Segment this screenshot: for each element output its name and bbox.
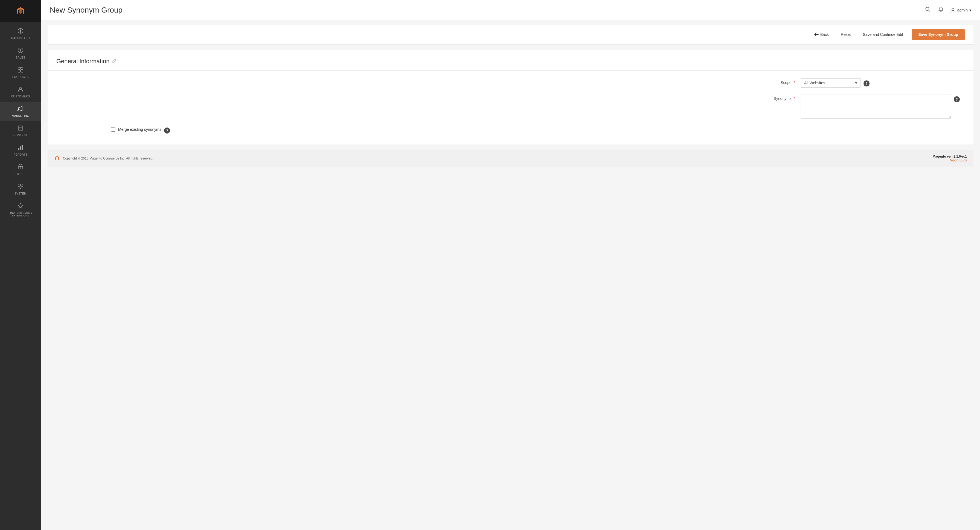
content-area: General Information Scope * All Websites bbox=[48, 50, 974, 144]
reports-icon bbox=[18, 144, 24, 152]
svg-line-27 bbox=[929, 10, 930, 11]
sidebar-item-label-products: PRODUCTS bbox=[12, 75, 29, 78]
sidebar-item-label-sales: SALES bbox=[16, 56, 25, 59]
sidebar-item-content[interactable]: CONTENT bbox=[0, 121, 41, 140]
sidebar-item-label-stores: STORES bbox=[14, 172, 27, 176]
admin-menu-button[interactable]: admin ▾ bbox=[950, 7, 971, 13]
svg-point-2 bbox=[20, 30, 21, 32]
search-button[interactable] bbox=[924, 5, 932, 14]
page-title: New Synonym Group bbox=[50, 6, 123, 14]
sidebar-item-products[interactable]: PRODUCTS bbox=[0, 63, 41, 82]
sidebar-nav: DASHBOARD $ SALES PRODUCTS bbox=[0, 22, 41, 221]
notifications-button[interactable] bbox=[937, 5, 945, 14]
svg-point-24 bbox=[20, 185, 21, 187]
svg-rect-10 bbox=[21, 67, 23, 70]
svg-rect-19 bbox=[18, 148, 19, 150]
sidebar-logo bbox=[0, 0, 41, 22]
sidebar-item-customers[interactable]: CUSTOMERS bbox=[0, 82, 41, 102]
synonyms-control-col: ? bbox=[800, 94, 960, 119]
save-continue-button[interactable]: Save and Continue Edit bbox=[859, 30, 906, 39]
partners-icon bbox=[18, 203, 24, 210]
svg-text:$: $ bbox=[19, 49, 21, 52]
marketing-icon bbox=[18, 105, 24, 113]
header-actions: admin ▾ bbox=[924, 5, 971, 14]
sidebar-item-label-system: SYSTEM bbox=[14, 192, 27, 195]
sidebar-item-reports[interactable]: REPORTS bbox=[0, 140, 41, 160]
sidebar-item-label-content: CONTENT bbox=[13, 134, 28, 137]
sidebar: DASHBOARD $ SALES PRODUCTS bbox=[0, 0, 41, 530]
svg-rect-9 bbox=[18, 67, 20, 70]
sales-icon: $ bbox=[18, 47, 24, 55]
scope-label: Scope * bbox=[746, 78, 800, 85]
products-icon bbox=[18, 67, 24, 74]
dashboard-icon bbox=[18, 28, 24, 35]
svg-rect-11 bbox=[18, 70, 20, 72]
save-synonym-button[interactable]: Save Synonym Group bbox=[912, 29, 965, 40]
stores-icon bbox=[18, 164, 24, 171]
svg-rect-12 bbox=[21, 70, 23, 72]
form-body: Scope * All Websites ? Synonyms * bbox=[48, 78, 974, 134]
section-title: General Information bbox=[56, 58, 110, 65]
sidebar-item-label-marketing: MARKETING bbox=[12, 114, 29, 117]
scope-required-star: * bbox=[794, 80, 795, 85]
reset-button[interactable]: Reset bbox=[838, 30, 854, 39]
content-icon bbox=[18, 125, 24, 132]
scope-form-row: Scope * All Websites ? bbox=[746, 78, 965, 88]
footer-logo-icon bbox=[54, 155, 60, 161]
sidebar-item-dashboard[interactable]: DASHBOARD bbox=[0, 24, 41, 43]
top-header: New Synonym Group admin ▾ bbox=[41, 0, 980, 20]
svg-point-28 bbox=[952, 8, 954, 10]
section-header: General Information bbox=[48, 58, 974, 70]
scope-help-icon[interactable]: ? bbox=[864, 80, 870, 86]
sidebar-item-label-dashboard: DASHBOARD bbox=[11, 37, 30, 40]
sidebar-item-label-customers: CUSTOMERS bbox=[11, 95, 30, 98]
synonyms-required-star: * bbox=[794, 96, 795, 101]
sidebar-item-stores[interactable]: STORES bbox=[0, 160, 41, 179]
synonyms-form-row: Synonyms * ? bbox=[746, 94, 965, 119]
synonyms-help-icon[interactable]: ? bbox=[954, 96, 960, 102]
customers-icon bbox=[18, 86, 24, 94]
system-icon bbox=[18, 183, 24, 191]
footer-right: Magento ver. 2.1.0-rc1 Report Bugs bbox=[933, 155, 967, 162]
sidebar-item-sales[interactable]: $ SALES bbox=[0, 43, 41, 63]
back-arrow-icon bbox=[814, 33, 819, 37]
admin-caret-icon: ▾ bbox=[969, 8, 971, 12]
synonyms-label: Synonyms * bbox=[746, 94, 800, 101]
svg-rect-21 bbox=[22, 145, 23, 150]
back-button[interactable]: Back bbox=[811, 30, 832, 39]
scope-control-col: All Websites ? bbox=[800, 78, 954, 88]
app-wrapper: DASHBOARD $ SALES PRODUCTS bbox=[0, 0, 980, 530]
footer-left: Copyright © 2016 Magento Commerce Inc. A… bbox=[54, 155, 153, 161]
merge-help-icon[interactable]: ? bbox=[164, 128, 170, 134]
admin-label: admin bbox=[957, 8, 968, 12]
sidebar-item-marketing[interactable]: MARKETING bbox=[0, 102, 41, 121]
svg-rect-20 bbox=[20, 146, 21, 150]
page-footer: Copyright © 2016 Magento Commerce Inc. A… bbox=[48, 150, 974, 167]
sidebar-item-partners[interactable]: FIND PARTNERS & EXTENSIONS bbox=[0, 199, 41, 221]
svg-point-14 bbox=[18, 110, 19, 111]
search-icon bbox=[925, 6, 931, 12]
footer-magento-version: Magento ver. 2.1.0-rc1 bbox=[933, 155, 967, 158]
edit-section-icon[interactable] bbox=[112, 59, 116, 64]
user-icon bbox=[950, 7, 956, 13]
main-content: New Synonym Group admin ▾ Back bbox=[41, 0, 980, 530]
scope-select[interactable]: All Websites bbox=[800, 78, 861, 88]
merge-checkbox-row: Merge existing synonyms ? bbox=[111, 125, 330, 134]
bell-icon bbox=[938, 6, 943, 12]
action-toolbar: Back Reset Save and Continue Edit Save S… bbox=[48, 25, 974, 45]
magento-logo-icon bbox=[14, 5, 27, 17]
footer-copyright: Copyright © 2016 Magento Commerce Inc. A… bbox=[63, 156, 153, 160]
merge-synonyms-checkbox[interactable] bbox=[111, 127, 115, 132]
report-bugs-link[interactable]: Report Bugs bbox=[948, 158, 967, 162]
synonyms-textarea[interactable] bbox=[800, 94, 951, 119]
merge-synonyms-label[interactable]: Merge existing synonyms bbox=[118, 127, 161, 132]
sidebar-item-system[interactable]: SYSTEM bbox=[0, 179, 41, 199]
sidebar-item-label-reports: REPORTS bbox=[13, 153, 28, 156]
sidebar-item-label-partners: FIND PARTNERS & EXTENSIONS bbox=[2, 212, 39, 217]
svg-marker-25 bbox=[18, 203, 23, 208]
